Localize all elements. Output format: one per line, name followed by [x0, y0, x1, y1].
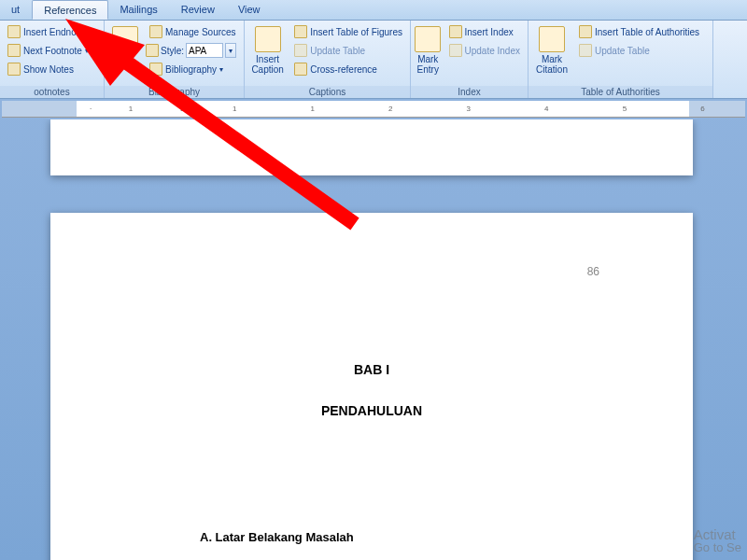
mark-citation-label: Mark Citation	[536, 54, 568, 75]
mark-entry-button[interactable]: Mark Entry	[415, 22, 442, 75]
ribbon-tabs: ut References Mailings Review View	[0, 0, 747, 21]
tab-references[interactable]: References	[32, 0, 108, 20]
citation-style-row: Style: ▾	[146, 41, 240, 60]
group-index: Mark Entry Insert Index Update Index Ind…	[411, 21, 529, 98]
manage-sources-icon	[149, 25, 162, 38]
update-table-captions-button[interactable]: Update Table	[290, 41, 406, 60]
insert-toa-button[interactable]: Insert Table of Authorities	[575, 22, 703, 41]
group-title-captions: Captions	[245, 86, 410, 98]
mark-entry-label: Mark Entry	[417, 54, 439, 75]
tof-icon	[294, 25, 307, 38]
next-footnote-label: Next Footnote	[23, 46, 82, 56]
insert-index-icon	[449, 25, 462, 38]
next-footnote-icon	[7, 44, 21, 57]
insert-endnote-label: Insert Endnote	[23, 27, 84, 37]
mark-citation-icon	[539, 26, 565, 52]
citation-style-select[interactable]	[186, 43, 223, 58]
style-label: Style:	[161, 46, 184, 56]
chevron-down-icon: ▾	[85, 47, 89, 55]
group-table-of-authorities: Mark Citation Insert Table of Authoritie…	[529, 21, 713, 98]
tab-view[interactable]: View	[227, 0, 273, 20]
group-citations: C... Manage Sources Style: ▾ Bibliograph…	[105, 21, 245, 98]
page-number: 86	[587, 265, 599, 278]
activate-windows-watermark: Activat Go to Se	[694, 528, 741, 554]
citation-partial-label: C...	[118, 54, 133, 64]
toa-icon	[579, 25, 592, 38]
horizontal-ruler[interactable]: · 1 2 1 1 2 3 4 5 6	[2, 101, 745, 118]
insert-endnote-button[interactable]: Insert Endnote	[4, 22, 92, 41]
cross-reference-button[interactable]: Cross-reference	[290, 60, 406, 78]
manage-sources-label: Manage Sources	[165, 27, 236, 37]
show-notes-icon	[7, 63, 21, 76]
update-toa-icon	[579, 44, 592, 57]
caption-icon	[255, 26, 281, 52]
insert-citation-button[interactable]: C...	[108, 22, 142, 64]
show-notes-button[interactable]: Show Notes	[4, 60, 92, 78]
update-index-button[interactable]: Update Index	[445, 41, 525, 60]
insert-caption-button[interactable]: Insert Caption	[248, 22, 287, 75]
tab-layout-partial[interactable]: ut	[0, 0, 32, 20]
update-toa-label: Update Table	[595, 46, 650, 56]
insert-table-of-figures-button[interactable]: Insert Table of Figures	[290, 22, 406, 41]
bibliography-label: Bibliography	[165, 64, 217, 75]
doc-heading-pendahuluan: PENDAHULUAN	[125, 403, 618, 418]
citation-icon	[112, 26, 138, 52]
insert-index-button[interactable]: Insert Index	[445, 22, 525, 41]
update-toa-button[interactable]: Update Table	[575, 41, 703, 60]
update-table-icon	[294, 44, 307, 57]
show-notes-label: Show Notes	[23, 64, 74, 75]
group-title-toa: Table of Authorities	[529, 86, 712, 98]
insert-index-label: Insert Index	[465, 27, 514, 37]
doc-heading-bab: BAB I	[125, 362, 618, 377]
update-table-captions-label: Update Table	[310, 46, 365, 56]
insert-caption-label: Insert Caption	[251, 54, 283, 75]
group-captions: Insert Caption Insert Table of Figures U…	[245, 21, 411, 98]
bibliography-button[interactable]: Bibliography ▾	[146, 60, 240, 78]
group-title-index: Index	[411, 86, 528, 98]
group-title-citations: Bibliography	[105, 86, 244, 98]
next-footnote-button[interactable]: Next Footnote ▾	[4, 41, 92, 60]
crossref-label: Cross-reference	[310, 64, 377, 75]
endnote-icon	[7, 25, 21, 38]
bibliography-icon	[149, 63, 162, 76]
page-previous-bottom[interactable]	[50, 119, 693, 175]
group-title-footnotes: ootnotes	[0, 86, 104, 98]
style-dropdown-button[interactable]: ▾	[225, 43, 236, 58]
style-icon	[146, 44, 159, 57]
document-page[interactable]: 86 BAB I PENDAHULUAN A. Latar Belakang M…	[50, 213, 693, 560]
crossref-icon	[294, 63, 307, 76]
mark-citation-button[interactable]: Mark Citation	[532, 22, 571, 75]
document-workspace[interactable]: 86 BAB I PENDAHULUAN A. Latar Belakang M…	[0, 119, 747, 560]
update-index-label: Update Index	[465, 46, 521, 56]
group-footnotes: Insert Endnote Next Footnote ▾ Show Note…	[0, 21, 105, 98]
tab-mailings[interactable]: Mailings	[108, 0, 169, 20]
chevron-down-icon: ▾	[219, 65, 223, 74]
tab-review[interactable]: Review	[170, 0, 227, 20]
manage-sources-button[interactable]: Manage Sources	[146, 22, 240, 41]
ruler-scale: · 1 2 1 1 2 3 4 5 6	[77, 101, 726, 117]
insert-toa-label: Insert Table of Authorities	[595, 27, 699, 37]
doc-section-a: A. Latar Belakang Masalah	[200, 530, 618, 544]
ribbon: Insert Endnote Next Footnote ▾ Show Note…	[0, 21, 747, 99]
update-index-icon	[449, 44, 462, 57]
mark-entry-icon	[415, 26, 441, 52]
insert-tof-label: Insert Table of Figures	[310, 27, 402, 37]
